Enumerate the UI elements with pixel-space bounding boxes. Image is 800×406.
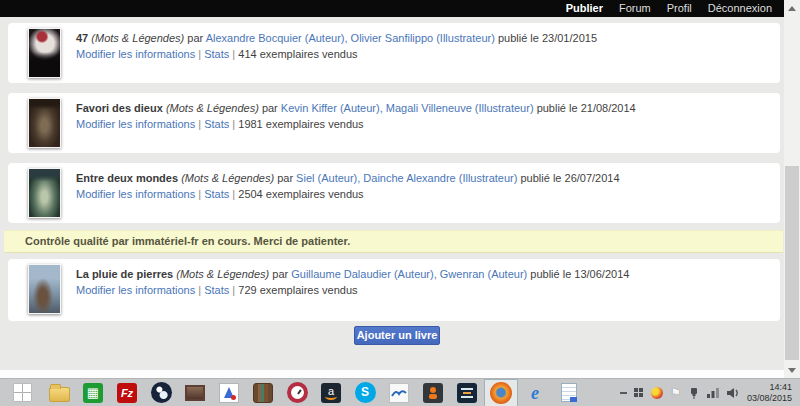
book-line-2: Modifier les informations | Stats | 1981… bbox=[76, 116, 636, 132]
firefox-icon bbox=[490, 382, 512, 404]
book-cover-thumbnail bbox=[28, 168, 61, 218]
windows-logo-icon bbox=[14, 384, 31, 401]
calibre-books-icon bbox=[253, 383, 273, 403]
separator: | bbox=[232, 48, 235, 60]
by-label: par bbox=[272, 268, 288, 280]
quality-control-notice: Contrôle qualité par immatériel-fr en co… bbox=[4, 230, 783, 253]
book-title: Entre deux mondes bbox=[76, 172, 178, 184]
taskbar-clock[interactable]: 14:41 03/08/2015 bbox=[747, 382, 795, 404]
edit-info-link[interactable]: Modifier les informations bbox=[76, 188, 195, 200]
internet-explorer-button[interactable]: e bbox=[518, 379, 552, 406]
book-authors-link[interactable]: Guillaume Dalaudier (Auteur), Gwenran (A… bbox=[291, 268, 527, 280]
system-tray: ⚑ 14:41 03/08/2015 bbox=[620, 382, 800, 404]
book-line-1: Entre deux mondes (Mots & Légendes) par … bbox=[76, 170, 620, 186]
book-authors-link[interactable]: Siel (Auteur), Dainche Alexandre (Illust… bbox=[296, 172, 517, 184]
stats-link[interactable]: Stats bbox=[204, 118, 229, 130]
nav-forum[interactable]: Forum bbox=[619, 0, 651, 17]
calibre-button[interactable] bbox=[246, 379, 280, 406]
book-series: (Mots & Légendes) bbox=[91, 32, 184, 44]
book-title: 47 bbox=[76, 32, 88, 44]
openoffice-gull-icon bbox=[389, 383, 409, 403]
book-line-2: Modifier les informations | Stats | 729 … bbox=[76, 282, 629, 298]
separator: | bbox=[198, 188, 201, 200]
alarm-clock-button[interactable] bbox=[280, 379, 314, 406]
stats-link[interactable]: Stats bbox=[204, 284, 229, 296]
nav-publier[interactable]: Publier bbox=[566, 0, 603, 17]
steam-icon bbox=[151, 382, 172, 403]
openoffice-button[interactable] bbox=[382, 379, 416, 406]
clock-date: 03/08/2015 bbox=[747, 393, 792, 404]
network-icon[interactable] bbox=[707, 387, 720, 398]
scroll-up-arrow-icon[interactable] bbox=[784, 0, 800, 16]
kindle-reader-icon bbox=[423, 383, 443, 403]
scrollbar-thumb[interactable] bbox=[785, 166, 799, 360]
stats-link[interactable]: Stats bbox=[204, 188, 229, 200]
page-bottom-strip bbox=[0, 370, 784, 378]
clock-time: 14:41 bbox=[747, 382, 792, 393]
kindle-button[interactable] bbox=[416, 379, 450, 406]
media-app-button[interactable] bbox=[212, 379, 246, 406]
book-info: Favori des dieux (Mots & Légendes) par K… bbox=[76, 100, 636, 132]
book-title: La pluie de pierres bbox=[76, 268, 173, 280]
book-cover-thumbnail bbox=[28, 28, 61, 78]
by-label: par bbox=[277, 172, 293, 184]
separator: | bbox=[198, 284, 201, 296]
book-series: (Mots & Légendes) bbox=[166, 102, 259, 114]
published-date: publié le 21/08/2014 bbox=[537, 102, 636, 114]
internet-explorer-icon: e bbox=[531, 383, 539, 403]
sales-count: 414 exemplaires vendus bbox=[238, 48, 357, 60]
kindle-pc-icon bbox=[457, 383, 477, 403]
nav-profil[interactable]: Profil bbox=[667, 0, 692, 17]
firefox-button[interactable] bbox=[484, 379, 518, 406]
edit-info-link[interactable]: Modifier les informations bbox=[76, 118, 195, 130]
volume-icon[interactable] bbox=[727, 387, 740, 399]
book-line-2: Modifier les informations | Stats | 2504… bbox=[76, 186, 620, 202]
book-series: (Mots & Légendes) bbox=[176, 268, 269, 280]
book-line-2: Modifier les informations | Stats | 414 … bbox=[76, 46, 597, 62]
add-book-button[interactable]: Ajouter un livre bbox=[354, 326, 440, 345]
edit-info-link[interactable]: Modifier les informations bbox=[76, 48, 195, 60]
stats-link[interactable]: Stats bbox=[204, 48, 229, 60]
book-cover-thumbnail bbox=[28, 98, 61, 148]
tray-color-ball-icon[interactable] bbox=[651, 387, 663, 399]
amazon-button[interactable]: a bbox=[314, 379, 348, 406]
separator: | bbox=[232, 118, 235, 130]
photo-viewer-button[interactable] bbox=[178, 379, 212, 406]
file-explorer-button[interactable] bbox=[42, 379, 76, 406]
nav-deconnexion[interactable]: Déconnexion bbox=[708, 0, 772, 17]
book-title: Favori des dieux bbox=[76, 102, 163, 114]
book-line-1: La pluie de pierres (Mots & Légendes) pa… bbox=[76, 266, 629, 282]
notepad-icon bbox=[561, 383, 577, 402]
sales-count: 1981 exemplaires vendus bbox=[238, 118, 363, 130]
book-card: La pluie de pierres (Mots & Légendes) pa… bbox=[8, 259, 780, 321]
book-authors-link[interactable]: Kevin Kiffer (Auteur), Magali Villeneuve… bbox=[281, 102, 534, 114]
book-authors-link[interactable]: Alexandre Bocquier (Auteur), Olivier San… bbox=[206, 32, 495, 44]
calculator-icon: ▦ bbox=[83, 383, 103, 403]
taskbar-pinned-icons: ▦ Fz a S e bbox=[0, 379, 586, 406]
picture-frame-icon bbox=[185, 385, 205, 401]
separator: | bbox=[232, 284, 235, 296]
scrollbar[interactable] bbox=[784, 0, 800, 378]
published-date: publié le 26/07/2014 bbox=[521, 172, 620, 184]
steam-button[interactable] bbox=[144, 379, 178, 406]
notepad-button[interactable] bbox=[552, 379, 586, 406]
skype-button[interactable]: S bbox=[348, 379, 382, 406]
alarm-clock-icon bbox=[287, 382, 308, 403]
filezilla-button[interactable]: Fz bbox=[110, 379, 144, 406]
edit-info-link[interactable]: Modifier les informations bbox=[76, 284, 195, 296]
calculator-button[interactable]: ▦ bbox=[76, 379, 110, 406]
book-series: (Mots & Légendes) bbox=[181, 172, 274, 184]
tray-windows-icon[interactable] bbox=[634, 388, 644, 398]
book-card: 47 (Mots & Légendes) par Alexandre Bocqu… bbox=[8, 23, 780, 83]
book-info: La pluie de pierres (Mots & Légendes) pa… bbox=[76, 266, 629, 298]
start-button[interactable] bbox=[2, 379, 42, 406]
usb-eject-icon[interactable] bbox=[688, 387, 700, 399]
sales-count: 729 exemplaires vendus bbox=[238, 284, 357, 296]
scroll-down-arrow-icon[interactable] bbox=[784, 362, 800, 378]
separator: | bbox=[198, 118, 201, 130]
hidden-icons-chevron[interactable] bbox=[620, 392, 627, 394]
published-date: publié le 23/01/2015 bbox=[498, 32, 597, 44]
action-center-flag-icon[interactable]: ⚑ bbox=[670, 387, 681, 399]
book-info: 47 (Mots & Légendes) par Alexandre Bocqu… bbox=[76, 30, 597, 62]
kindle-pc-button[interactable] bbox=[450, 379, 484, 406]
